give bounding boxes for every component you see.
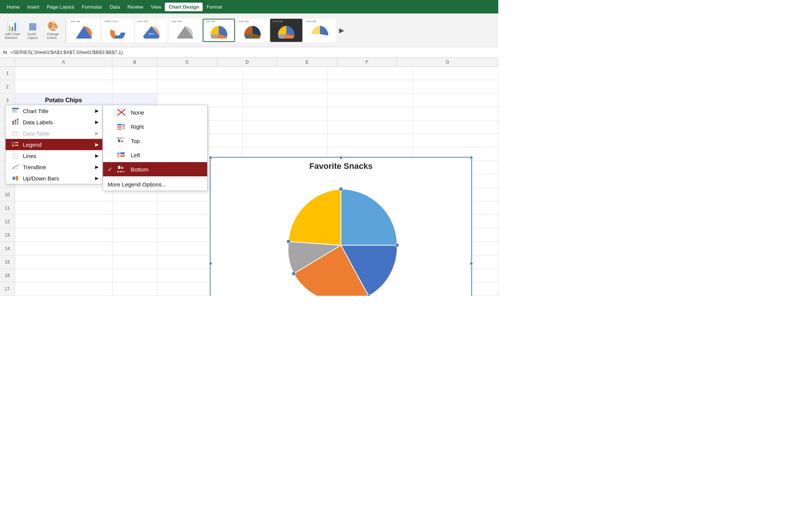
chart-style-2[interactable]: CHART TITLE: [102, 19, 134, 42]
cell-d1[interactable]: [243, 67, 328, 80]
submenu-more-options[interactable]: More Legend Options...: [103, 178, 207, 191]
ctx-label-updown-bars: Up/Down Bars: [23, 175, 59, 182]
svg-rect-50: [120, 155, 125, 157]
ctx-item-lines[interactable]: Lines ▶: [6, 150, 102, 161]
ctx-arrow-data-labels: ▶: [95, 119, 99, 125]
menu-home[interactable]: Home: [3, 3, 24, 11]
svg-rect-23: [15, 142, 18, 143]
cell-d5[interactable]: [243, 121, 328, 134]
chart-handle-ml[interactable]: [209, 262, 212, 265]
chart-handle-mr[interactable]: [470, 262, 473, 265]
cell-f6[interactable]: [413, 134, 499, 147]
svg-point-6: [339, 187, 343, 191]
chart-style-3[interactable]: Chart Title 35%: [135, 19, 167, 42]
cell-f2[interactable]: [413, 80, 499, 93]
cell-f5[interactable]: [413, 121, 499, 134]
col-header-d: D: [217, 58, 277, 66]
cell-f4[interactable]: [413, 107, 499, 120]
submenu-label-top: Top: [131, 138, 140, 144]
cell-f3[interactable]: [413, 94, 499, 107]
svg-rect-10: [12, 112, 17, 112]
svg-rect-44: [118, 139, 120, 142]
ctx-item-data-labels[interactable]: Data Labels ▶: [6, 116, 102, 128]
svg-rect-40: [123, 128, 125, 129]
menu-format[interactable]: Format: [203, 3, 226, 11]
svg-rect-14: [12, 121, 14, 122]
submenu-label-bottom: Bottom: [131, 166, 149, 173]
cell-e5[interactable]: [328, 121, 413, 134]
chart-style-7[interactable]: Chart Title: [270, 19, 302, 42]
submenu-item-left[interactable]: Left: [103, 148, 207, 162]
svg-rect-43: [123, 137, 124, 139]
left-checkmark: [108, 152, 117, 158]
cell-c2[interactable]: [157, 80, 243, 93]
pie-chart-wrapper: [214, 174, 468, 296]
col-header-g: G: [397, 58, 498, 66]
menu-page-layout[interactable]: Page Layout: [43, 3, 78, 11]
cell-b2[interactable]: [112, 80, 157, 93]
svg-rect-24: [15, 145, 18, 146]
cell-b1[interactable]: [112, 67, 157, 80]
svg-rect-51: [118, 166, 120, 169]
menu-formulas[interactable]: Formulas: [78, 3, 106, 11]
chart-handle-tl[interactable]: [209, 156, 212, 159]
menu-bar: Home Insert Page Layout Formulas Data Re…: [0, 0, 498, 13]
cell-a2[interactable]: [15, 80, 112, 93]
none-icon: [117, 108, 129, 116]
cell-d3[interactable]: [243, 94, 328, 107]
svg-rect-37: [117, 128, 122, 130]
svg-rect-17: [12, 131, 19, 136]
formula-text: =SERIES(,Sheet1!$A$3:$A$7,Sheet1!$B$3:$B…: [7, 49, 123, 55]
ribbon: 📊 Add ChartElement ▦ QuickLayout 🎨 Chang…: [0, 13, 498, 47]
formula-bar: fx =SERIES(,Sheet1!$A$3:$A$7,Sheet1!$B$3…: [0, 47, 498, 58]
cell-c1[interactable]: [157, 67, 243, 80]
ribbon-quick-layout-btn[interactable]: ▦ QuickLayout: [23, 17, 42, 43]
chart-container[interactable]: Favorite Snacks: [210, 157, 472, 296]
menu-review[interactable]: Review: [124, 3, 147, 11]
cell-e6[interactable]: [328, 134, 413, 147]
svg-rect-15: [15, 120, 16, 121]
menu-data[interactable]: Data: [106, 3, 123, 11]
submenu-item-none[interactable]: None: [103, 105, 207, 119]
menu-chart-design[interactable]: Chart Design: [165, 3, 203, 11]
chart-handle-tr[interactable]: [470, 156, 473, 159]
cell-a1[interactable]: [15, 67, 112, 80]
svg-rect-45: [121, 140, 123, 142]
chart-style-6[interactable]: Chart Title: [236, 19, 269, 42]
cell-f1[interactable]: [413, 67, 499, 80]
ctx-item-trendline[interactable]: Trendline ▶: [6, 161, 102, 173]
svg-rect-8: [12, 108, 19, 109]
submenu-item-bottom[interactable]: ✓ Bottom: [103, 162, 207, 176]
cell-e3[interactable]: [328, 94, 413, 107]
submenu-item-right[interactable]: Right: [103, 119, 207, 134]
chart-style-4[interactable]: Chart Title: [169, 19, 201, 42]
bottom-checkmark: ✓: [108, 166, 117, 173]
svg-text:35%: 35%: [148, 32, 154, 36]
menu-view[interactable]: View: [147, 3, 165, 11]
cell-e4[interactable]: [328, 107, 413, 120]
ctx-item-chart-title[interactable]: Chart Title ▶: [6, 105, 102, 116]
ribbon-change-colors-btn[interactable]: 🎨 ChangeColors: [43, 17, 62, 43]
ctx-item-updown-bars[interactable]: Up/Down Bars ▶: [6, 173, 102, 184]
svg-rect-36: [117, 126, 122, 128]
cell-d4[interactable]: [243, 107, 328, 120]
chart-handle-tm[interactable]: [339, 156, 342, 159]
chart-style-1[interactable]: Chart Title: [68, 19, 100, 42]
cell-e1[interactable]: [328, 67, 413, 80]
cell-d6[interactable]: [243, 134, 328, 147]
ribbon-add-chart-btn[interactable]: 📊 Add ChartElement: [3, 17, 22, 43]
submenu-item-top[interactable]: Top: [103, 134, 207, 148]
more-styles-arrow[interactable]: ▶: [338, 25, 346, 36]
ctx-item-data-table[interactable]: Data Table ▶: [6, 128, 102, 139]
menu-insert[interactable]: Insert: [24, 3, 43, 11]
chart-title: Favorite Snacks: [214, 161, 468, 171]
context-menu: Chart Title ▶ Data Labels ▶: [5, 105, 103, 184]
chart-style-5[interactable]: Chart Title: [203, 19, 235, 42]
ctx-item-legend[interactable]: Legend ▶: [6, 139, 102, 150]
cell-e2[interactable]: [328, 80, 413, 93]
ctx-arrow-legend: ▶: [95, 142, 99, 147]
chart-style-8[interactable]: Chart Title: [304, 19, 336, 42]
none-checkmark: [108, 109, 117, 116]
cell-d2[interactable]: [243, 80, 328, 93]
legend-submenu: None Right: [103, 105, 208, 191]
